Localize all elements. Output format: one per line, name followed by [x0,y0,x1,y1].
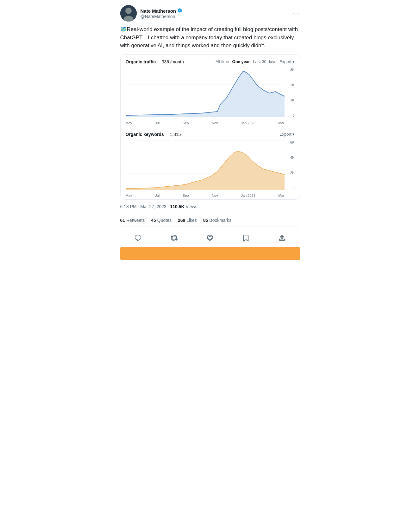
y2-label-4k: 4K [286,156,295,159]
tweet-actions [120,231,300,245]
tweet-time: 6:18 PM [120,204,137,209]
chart2-title-group: Organic keywords i 1,815 [126,132,181,137]
display-name[interactable]: Nate Matherson [141,8,183,14]
chart1-area [126,68,285,117]
x-nov: Nov [212,121,218,125]
y-label-1k: 1K [286,98,295,102]
x-sep: Sep [183,121,189,125]
bookmark-button[interactable] [241,233,251,243]
more-options-button[interactable]: ··· [293,10,300,17]
chart1-y-labels: 3K 2K 1K 0 [286,68,295,117]
tweet-date: Mar 27, 2023 [140,204,166,209]
chart2-header: Organic keywords i 1,815 Export ▾ [126,132,295,137]
chart1-x-labels: May Jul Sep Nov Jan 2023 Mar [126,121,285,125]
avatar[interactable] [120,5,137,22]
name-text: Nate Matherson [141,8,176,14]
verified-icon [177,8,182,14]
user-info: Nate Matherson @NateMatherson [141,8,183,19]
chart2-count: 1,815 [170,132,181,137]
x-jul: Jul [155,121,160,125]
bottom-stripe [120,247,300,260]
tweet-emoji: 🗺️ [120,26,127,32]
retweets-stat[interactable]: 61 Retweets [120,218,145,223]
x-may: May [126,121,132,125]
x2-mar: Mar [279,194,285,197]
username[interactable]: @NateMatherson [141,14,183,19]
filter-one-year[interactable]: One year [232,59,250,64]
tweet-stats: 61 Retweets 45 Quotes 269 Likes 85 Bookm… [120,218,300,227]
chevron-down-icon: ▾ [292,59,295,64]
chart2-export-label: Export [279,132,291,137]
svg-point-1 [125,8,132,14]
x-mar: Mar [279,121,285,125]
chart1-export-label: Export [279,59,291,64]
chart2-area [126,140,285,190]
tweet-meta: 6:18 PM · Mar 27, 2023 · 110.5K Views [120,204,300,213]
y2-label-0: 0 [286,186,295,190]
quotes-count: 45 [151,218,156,223]
x2-jul: Jul [155,194,160,197]
chart2-filters: Export ▾ [279,132,295,137]
organic-traffic-section: Organic traffic i 336 /month All time On… [121,55,300,127]
chart1-info-icon[interactable]: i [156,60,158,64]
likes-count: 269 [178,218,185,223]
bookmarks-label: Bookmarks [209,218,231,223]
share-button[interactable] [277,233,287,243]
like-button[interactable] [204,233,215,243]
bookmarks-count: 85 [203,218,208,223]
organic-keywords-section: Organic keywords i 1,815 Export ▾ [121,127,300,199]
views-label: Views [186,204,197,209]
retweets-label: Retweets [126,218,145,223]
views-count: 110.5K [170,204,184,209]
chart-card: Organic traffic i 336 /month All time On… [120,54,300,200]
likes-stat[interactable]: 269 Likes [178,218,197,223]
chart2-info-icon[interactable]: i [165,132,166,137]
chart1-header: Organic traffic i 336 /month All time On… [126,59,295,65]
likes-label: Likes [186,218,197,223]
chevron-down-icon-2: ▾ [292,132,295,137]
y-label-3k: 3K [286,68,295,72]
y-label-0: 0 [286,113,295,117]
chart2-y-labels: 6K 4K 2K 0 [286,140,295,190]
retweets-count: 61 [120,218,125,223]
chart2-title: Organic keywords [126,132,164,137]
retweet-button[interactable] [169,233,179,243]
x2-nov: Nov [212,194,218,197]
tweet-header: Nate Matherson @NateMatherson ··· [120,5,300,22]
x2-jan2023: Jan 2023 [241,194,255,197]
chart1-export[interactable]: Export ▾ [279,59,295,64]
chart1-filters: All time One year Last 30 days Export ▾ [216,59,295,64]
chart1-wrapper: 3K 2K 1K 0 May Jul Sep Nov Jan 2023 Mar [126,68,295,125]
bookmarks-stat[interactable]: 85 Bookmarks [203,218,232,223]
filter-all-time[interactable]: All time [216,59,229,64]
reply-button[interactable] [133,233,143,243]
quotes-stat[interactable]: 45 Quotes [151,218,172,223]
tweet-body: Real-world example of the impact of crea… [120,26,298,48]
x2-sep: Sep [183,194,189,197]
y-label-2k: 2K [286,83,295,87]
y2-label-6k: 6K [286,140,295,144]
chart1-title-group: Organic traffic i 336 /month [126,59,184,65]
chart2-x-labels: May Jul Sep Nov Jan 2023 Mar [126,194,285,197]
chart1-title: Organic traffic [126,59,156,64]
chart2-wrapper: 6K 4K 2K 0 May Jul Sep Nov Jan 2023 Mar [126,140,295,197]
x2-may: May [126,194,132,197]
filter-last-30[interactable]: Last 30 days [253,59,276,64]
chart1-count: 336 /month [162,59,184,64]
x-jan2023: Jan 2023 [241,121,255,125]
chart2-export[interactable]: Export ▾ [279,132,295,137]
quotes-label: Quotes [157,218,172,223]
tweet-text: 🗺️Real-world example of the impact of cr… [120,25,300,50]
y2-label-2k: 2K [286,171,295,175]
